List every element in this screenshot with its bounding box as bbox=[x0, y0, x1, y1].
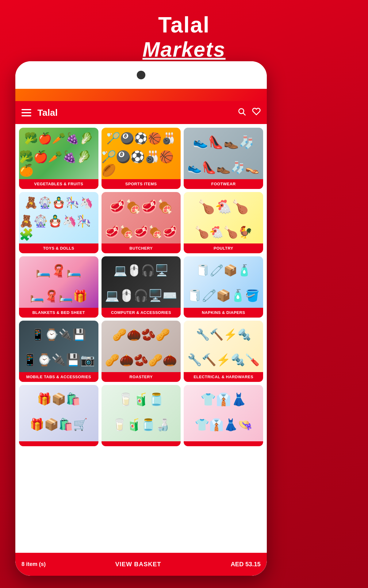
app-header-title: Talal bbox=[37, 107, 237, 118]
tablet-frame: Talal bbox=[15, 61, 267, 576]
category-card-napkins[interactable]: 🧻🧷📦🧴🪣 NAPKINS & DIAPERS bbox=[184, 256, 263, 318]
bottom-bar-price: AED 53.15 bbox=[231, 561, 261, 568]
category-card-extra2[interactable]: 🥛🧃🫙🍶 bbox=[102, 385, 181, 446]
category-label-poultry: POULTRY bbox=[184, 243, 263, 253]
category-label-extra2 bbox=[102, 441, 181, 446]
category-image-extra2: 🥛🧃🫙🍶 bbox=[102, 385, 181, 446]
category-card-sports[interactable]: 🏸🎱⚽🎳🏀🏉 SPORTS ITEMS bbox=[102, 128, 181, 189]
category-label-mobile: MOBILE TABS & ACCESSORIES bbox=[19, 372, 98, 382]
category-card-blankets[interactable]: 🛏️🧣🛏️🎁 BLANKETS & BED SHEET bbox=[19, 256, 98, 318]
category-card-mobile[interactable]: 📱⌚🔌💾📷 MOBILE TABS & ACCESSORIES bbox=[19, 321, 98, 382]
category-card-vegetables[interactable]: 🥦🍎🥕🍇🥬🍊 VEGETABLES & FRUITS bbox=[19, 128, 98, 189]
category-label-extra1 bbox=[19, 441, 98, 446]
svg-line-1 bbox=[243, 113, 245, 115]
header-icons bbox=[237, 107, 261, 118]
categories-grid: 🥦🍎🥕🍇🥬🍊 VEGETABLES & FRUITS 🏸🎱⚽🎳🏀🏉 SPORTS… bbox=[15, 124, 267, 553]
category-card-computer[interactable]: 💻🖱️🎧🖥️⌨️ COMPUTER & ACCESSORIES bbox=[102, 256, 181, 318]
category-label-footwear: FOOTWEAR bbox=[184, 179, 263, 189]
bottom-bar-items-count: 8 item (s) bbox=[21, 561, 46, 567]
category-card-electrical[interactable]: 🔧🔨⚡🔩🪛 ELECTRICAL & HARDWARES bbox=[184, 321, 263, 382]
category-image-extra3: 👕👔👗👒 bbox=[184, 385, 263, 446]
category-card-footwear[interactable]: 👟👠👞🧦👡 FOOTWEAR bbox=[184, 128, 263, 189]
app-container: Talal bbox=[15, 89, 267, 576]
category-label-electrical: ELECTRICAL & HARDWARES bbox=[184, 372, 263, 382]
category-label-butchery: BUTCHERY bbox=[102, 243, 181, 253]
view-basket-button[interactable]: View Basket bbox=[115, 561, 161, 568]
app-header: Talal bbox=[15, 101, 267, 124]
category-card-poultry[interactable]: 🍗🐔🍗🐓 POULTRY bbox=[184, 192, 263, 253]
tablet-camera bbox=[137, 71, 145, 79]
category-label-roastery: ROASTERY bbox=[102, 372, 181, 382]
category-label-blankets: BLANKETS & BED SHEET bbox=[19, 308, 98, 318]
app-title-area: Talal Markets bbox=[0, 0, 368, 70]
category-card-toys[interactable]: 🧸🎡🪆🦄🎠🧩 TOYS & DOLLS bbox=[19, 192, 98, 253]
category-label-computer: COMPUTER & ACCESSORIES bbox=[102, 308, 181, 318]
wishlist-button[interactable] bbox=[252, 107, 261, 118]
category-label-napkins: NAPKINS & DIAPERS bbox=[184, 308, 263, 318]
search-button[interactable] bbox=[237, 107, 246, 118]
category-label-sports: SPORTS ITEMS bbox=[102, 179, 181, 189]
app-title-bold: Talal bbox=[0, 12, 368, 37]
app-top-banner bbox=[15, 89, 267, 101]
tablet-inner: Talal bbox=[15, 61, 267, 576]
bottom-bar: 8 item (s) View Basket AED 53.15 bbox=[15, 553, 267, 576]
category-card-extra1[interactable]: 🎁📦🛍️🛒 bbox=[19, 385, 98, 446]
category-card-roastery[interactable]: 🥜🌰🫘🥜🌰 ROASTERY bbox=[102, 321, 181, 382]
category-label-extra3 bbox=[184, 441, 263, 446]
category-card-extra3[interactable]: 👕👔👗👒 bbox=[184, 385, 263, 446]
category-image-extra1: 🎁📦🛍️🛒 bbox=[19, 385, 98, 446]
app-title-italic: Markets bbox=[0, 37, 368, 61]
category-label-toys: TOYS & DOLLS bbox=[19, 243, 98, 253]
tablet-camera-area bbox=[15, 61, 267, 89]
category-label-vegetables: VEGETABLES & FRUITS bbox=[19, 179, 98, 189]
hamburger-menu-button[interactable] bbox=[21, 109, 31, 116]
category-card-butchery[interactable]: 🥩🍖🥩🍖🥩 BUTCHERY bbox=[102, 192, 181, 253]
